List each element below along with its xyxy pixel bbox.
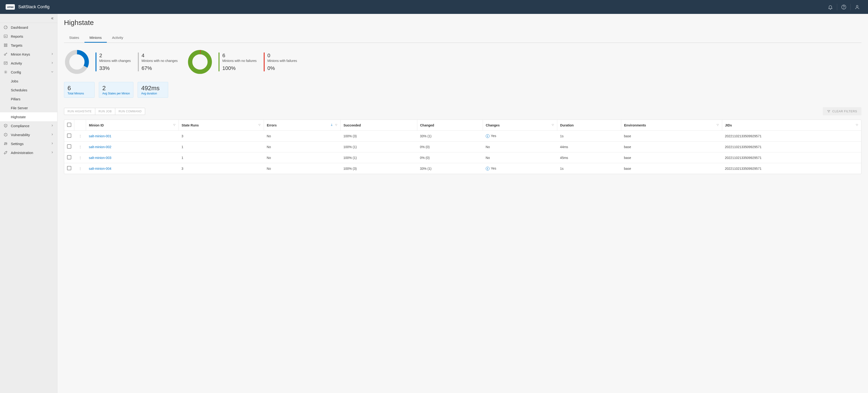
tabs: StatesMinionsActivity bbox=[64, 33, 861, 43]
tab-states[interactable]: States bbox=[64, 33, 85, 43]
failures-donut-block: 6 Minions with no failures 100% 0 Minion… bbox=[187, 49, 297, 75]
sidebar-subitem-schedules[interactable]: Schedules bbox=[0, 85, 57, 94]
stat-percent: 67% bbox=[142, 65, 178, 72]
info-icon[interactable]: i bbox=[486, 134, 490, 138]
filter-icon[interactable] bbox=[716, 123, 719, 127]
sidebar-subitem-jobs[interactable]: Jobs bbox=[0, 77, 57, 85]
column-duration[interactable]: Duration bbox=[557, 120, 621, 131]
svg-rect-5 bbox=[4, 44, 5, 45]
sidebar-item-compliance[interactable]: Compliance bbox=[0, 121, 57, 130]
svg-point-1 bbox=[844, 8, 844, 8]
row-checkbox[interactable] bbox=[67, 144, 71, 148]
minion-id-link[interactable]: salt-minion-004 bbox=[89, 167, 112, 170]
sidebar-item-minion-keys[interactable]: Minion Keys bbox=[0, 50, 57, 59]
column-jids[interactable]: JIDs bbox=[722, 120, 861, 131]
user-icon[interactable] bbox=[852, 2, 862, 12]
app-title: SaltStack Config bbox=[18, 4, 50, 9]
row-checkbox[interactable] bbox=[67, 155, 71, 160]
sidebar-item-label: Reports bbox=[11, 34, 54, 38]
cell-environments: base bbox=[621, 131, 722, 142]
column-state-runs[interactable]: State Runs bbox=[179, 120, 264, 131]
column-succeeded[interactable]: Succeeded bbox=[341, 120, 417, 131]
column-errors[interactable]: Errors bbox=[264, 120, 341, 131]
column-changes[interactable]: Changes bbox=[483, 120, 557, 131]
svg-point-14 bbox=[6, 143, 7, 144]
gauge-icon bbox=[3, 25, 8, 30]
sidebar-item-activity[interactable]: Activity bbox=[0, 59, 57, 67]
row-menu-icon[interactable]: ⋮ bbox=[77, 134, 83, 138]
sidebar: Dashboard Reports Targets Minion Keys Ac… bbox=[0, 14, 57, 393]
cell-errors: No bbox=[264, 131, 341, 142]
row-menu-icon[interactable]: ⋮ bbox=[77, 145, 83, 149]
column-minion-id[interactable]: Minion ID bbox=[86, 120, 179, 131]
sidebar-item-label: Minion Keys bbox=[11, 52, 51, 56]
stat-card-label: Avg States per Minion bbox=[102, 92, 130, 95]
sidebar-item-targets[interactable]: Targets bbox=[0, 41, 57, 50]
stat-card-total-minions[interactable]: 6 Total Minions bbox=[64, 82, 95, 98]
table-row: ⋮ salt-minion-001 3 No 100% (3) 33% (1) … bbox=[64, 131, 861, 142]
sort-desc-icon[interactable] bbox=[330, 123, 333, 127]
help-icon[interactable] bbox=[839, 2, 849, 12]
table-row: ⋮ salt-minion-004 3 No 100% (3) 33% (1) … bbox=[64, 163, 861, 174]
stat-card-avg-states-per-minion[interactable]: 2 Avg States per Minion bbox=[99, 82, 133, 98]
select-all-checkbox[interactable] bbox=[67, 123, 71, 127]
tab-activity[interactable]: Activity bbox=[107, 33, 128, 43]
filter-icon[interactable] bbox=[856, 123, 858, 127]
minion-id-link[interactable]: salt-minion-003 bbox=[89, 156, 112, 160]
sidebar-subitem-highstate[interactable]: Highstate bbox=[0, 112, 57, 121]
chevron-right-icon bbox=[51, 142, 54, 146]
column-changed[interactable]: Changed bbox=[417, 120, 483, 131]
clear-filters-button[interactable]: CLEAR FILTERS bbox=[823, 107, 861, 115]
sidebar-collapse-button[interactable] bbox=[0, 14, 57, 23]
sidebar-item-administration[interactable]: Administration bbox=[0, 148, 57, 157]
info-icon[interactable]: i bbox=[486, 167, 490, 170]
filter-icon[interactable] bbox=[551, 123, 554, 127]
stat-value: 4 bbox=[142, 53, 178, 59]
minion-id-link[interactable]: salt-minion-002 bbox=[89, 145, 112, 149]
minion-id-link[interactable]: salt-minion-001 bbox=[89, 134, 112, 138]
row-checkbox[interactable] bbox=[67, 134, 71, 138]
cell-succeeded: 100% (3) bbox=[341, 163, 417, 174]
sidebar-item-dashboard[interactable]: Dashboard bbox=[0, 23, 57, 32]
run-job-button[interactable]: RUN JOB bbox=[95, 108, 115, 115]
stat-changes: 2 Minions with changes 33% bbox=[95, 53, 131, 72]
stat-value: 6 bbox=[222, 53, 257, 59]
notifications-icon[interactable] bbox=[825, 2, 836, 12]
chevron-right-icon bbox=[51, 124, 54, 128]
sidebar-item-label: Targets bbox=[11, 43, 54, 47]
row-menu-icon[interactable]: ⋮ bbox=[77, 167, 83, 170]
sliders-icon bbox=[3, 141, 8, 146]
row-menu-icon[interactable]: ⋮ bbox=[77, 156, 83, 160]
sidebar-item-label: Administration bbox=[11, 151, 51, 155]
stat-percent: 0% bbox=[268, 65, 297, 72]
stat-percent: 100% bbox=[222, 65, 257, 72]
cell-succeeded: 100% (3) bbox=[341, 131, 417, 142]
cell-environments: base bbox=[621, 163, 722, 174]
svg-point-11 bbox=[5, 72, 6, 73]
column-select bbox=[64, 120, 74, 131]
run-highstate-button[interactable]: RUN HIGHSTATE bbox=[64, 108, 95, 115]
stat-value: 2 bbox=[99, 53, 131, 59]
row-checkbox[interactable] bbox=[67, 166, 71, 170]
svg-point-9 bbox=[4, 54, 6, 55]
stat-card-avg-duration[interactable]: 492ms Avg duration bbox=[137, 82, 168, 98]
sidebar-item-reports[interactable]: Reports bbox=[0, 32, 57, 41]
sidebar-item-config[interactable]: Config bbox=[0, 67, 57, 77]
tab-minions[interactable]: Minions bbox=[85, 33, 107, 43]
sidebar-item-label: Dashboard bbox=[11, 25, 54, 29]
cell-duration: 45ms bbox=[557, 152, 621, 163]
stat-card-value: 6 bbox=[67, 85, 91, 92]
svg-rect-10 bbox=[4, 62, 7, 64]
sidebar-subitem-file-server[interactable]: File Server bbox=[0, 103, 57, 112]
changes-donut-block: 2 Minions with changes 33% 4 Minions wit… bbox=[64, 49, 178, 75]
run-command-button[interactable]: RUN COMMAND bbox=[115, 108, 145, 115]
sidebar-subitem-pillars[interactable]: Pillars bbox=[0, 94, 57, 103]
failures-donut-chart bbox=[187, 49, 213, 75]
column-environments[interactable]: Environments bbox=[621, 120, 722, 131]
sidebar-item-vulnerability[interactable]: Vulnerability bbox=[0, 130, 57, 139]
filter-icon[interactable] bbox=[173, 123, 176, 127]
filter-icon[interactable] bbox=[335, 123, 338, 127]
sidebar-item-settings[interactable]: Settings bbox=[0, 139, 57, 148]
stat-label: Minions with no changes bbox=[142, 59, 178, 63]
filter-icon[interactable] bbox=[258, 123, 261, 127]
